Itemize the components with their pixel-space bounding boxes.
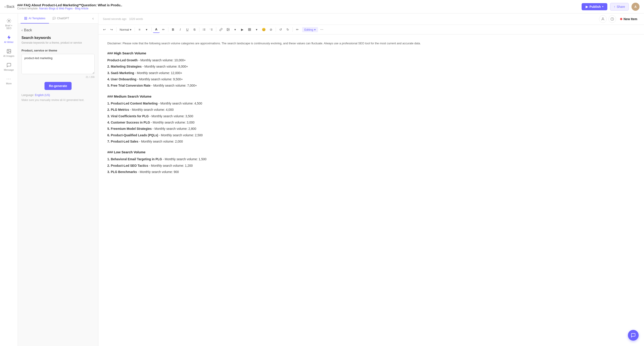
low-volume-section: ### Low Search Volume 1. Behavioral Emai…: [107, 150, 635, 174]
toolbar-divider-7: [276, 27, 276, 32]
align-button[interactable]: ≡: [136, 26, 143, 33]
panel-back-link[interactable]: ‹ Back: [22, 28, 94, 32]
svg-rect-6: [26, 19, 27, 20]
editing-mode-button[interactable]: Editing ▾: [302, 27, 318, 32]
emoji-button[interactable]: 😊: [260, 26, 267, 33]
italic-button[interactable]: I: [177, 26, 184, 33]
svg-point-2: [8, 50, 8, 51]
panel-content: ‹ Back Search keywords Generate keywords…: [18, 24, 98, 346]
more-options-button[interactable]: ⋯: [318, 26, 325, 33]
chat-icon: [6, 63, 12, 68]
publish-icon: ▶: [586, 5, 588, 9]
product-theme-input[interactable]: [22, 54, 94, 74]
sidebar-label-brief-seo: Brief + SEO: [3, 24, 15, 30]
chat-support-icon: [631, 333, 636, 338]
char-count: 21 / 200: [22, 76, 94, 78]
pencil-button[interactable]: ✏: [294, 26, 301, 33]
image-icon: [6, 49, 12, 54]
panel-sidebar: AI Templates ChatGPT ‹ ‹ Back Search key…: [18, 14, 98, 346]
align-chevron-button[interactable]: ▾: [143, 26, 150, 33]
back-button[interactable]: ‹ Back: [4, 5, 14, 9]
language-link[interactable]: English (US): [35, 94, 50, 97]
ordered-list-button[interactable]: 1.2.: [208, 26, 215, 33]
bullet-list-button[interactable]: [201, 26, 208, 33]
redo2-button[interactable]: ↻: [284, 26, 291, 33]
sidebar-item-ai-writer[interactable]: AI Writer: [1, 33, 17, 46]
svg-point-21: [228, 29, 228, 29]
font-color-button[interactable]: A: [153, 26, 160, 33]
svg-rect-4: [26, 17, 27, 18]
content-template-line: Content template: Narrato Blogs & Web Pa…: [17, 7, 122, 10]
sidebar-item-brief-seo[interactable]: Brief + SEO: [1, 16, 17, 32]
bold-button[interactable]: B: [170, 26, 176, 33]
style-chevron-icon: ▾: [130, 28, 132, 31]
play-button[interactable]: ▶: [239, 26, 246, 33]
highlight-button[interactable]: ✏: [160, 26, 167, 33]
history-action-button[interactable]: [608, 15, 616, 23]
sidebar-item-ai-images[interactable]: AI Images: [1, 47, 17, 60]
ordered-list-icon: 1.2.: [210, 28, 213, 31]
back-chevron-icon: ‹: [4, 5, 6, 9]
sidebar-item-more[interactable]: ··· More: [1, 74, 17, 87]
toolbar-divider-1: [116, 27, 116, 32]
section-subtitle: Generate keywords for a theme, product o…: [22, 41, 94, 44]
panel-disclaimer: Make sure you manually review all AI gen…: [22, 99, 94, 102]
undo-button[interactable]: ↩: [101, 26, 108, 33]
regenerate-button[interactable]: Re-generate: [44, 82, 72, 90]
template-link[interactable]: Narrato Blogs & Web Pages - Blog Article: [39, 7, 88, 10]
redo-button[interactable]: ↪: [108, 26, 115, 33]
toolbar-divider-4: [168, 27, 168, 32]
publish-button[interactable]: ▶ Publish ▾: [582, 3, 607, 10]
low-item-3: 3. PLG Benchmarks - Monthly search volum…: [107, 169, 635, 174]
sidebar-label-ai-writer: AI Writer: [4, 41, 14, 44]
panel-tabs: AI Templates ChatGPT ‹: [18, 14, 98, 24]
word-count: 1026 words: [129, 18, 143, 21]
tab-chatgpt[interactable]: ChatGPT: [49, 14, 73, 24]
image-button[interactable]: [225, 26, 232, 33]
med-item-7: 7. Product-Led Sales - Monthly search vo…: [107, 139, 635, 144]
main-layout: Brief + SEO AI Writer AI Images Message …: [0, 14, 644, 346]
underline-button[interactable]: U: [184, 26, 191, 33]
sidebar-label-ai-images: AI Images: [3, 55, 14, 57]
new-item-button[interactable]: New Item: [618, 16, 640, 22]
avatar[interactable]: A: [632, 3, 640, 11]
icon-sidebar: Brief + SEO AI Writer AI Images Message …: [0, 14, 18, 346]
link-button[interactable]: [218, 26, 224, 33]
clear-format-button[interactable]: ⊘: [268, 26, 274, 33]
header-right: ▶ Publish ▾ ↑ Share A: [582, 3, 640, 11]
avatar-action-button[interactable]: [599, 15, 607, 23]
back-label: Back: [6, 5, 14, 9]
editor-content: Disclaimer: Please note that the followi…: [98, 35, 644, 346]
table-button[interactable]: [246, 26, 253, 33]
panel-back-label: Back: [24, 28, 32, 32]
style-label: Normal: [120, 28, 129, 31]
editor-topbar: Saved seconds ago 1026 words New Item: [98, 14, 644, 25]
back-arrow-icon: ‹: [22, 28, 22, 32]
table-icon: [248, 28, 251, 31]
med-item-5: 5. Freemium Model Strategies - Monthly s…: [107, 126, 635, 131]
undo2-button[interactable]: ↺: [277, 26, 284, 33]
new-item-label: New Item: [624, 17, 637, 21]
panel-collapse-button[interactable]: ‹: [90, 14, 96, 23]
toolbar-divider-8: [292, 27, 293, 32]
high-volume-heading: ### High Search Volume: [107, 51, 635, 55]
chat-support-button[interactable]: [628, 330, 639, 341]
med-item-4: 4. Customer Success in PLG - Monthly sea…: [107, 120, 635, 125]
tab-ai-templates[interactable]: AI Templates: [20, 14, 49, 24]
grid-icon: [24, 17, 27, 20]
user-icon: [601, 17, 605, 21]
svg-rect-3: [24, 17, 26, 18]
dots-icon: ···: [6, 77, 11, 81]
strikethrough-button[interactable]: S: [191, 26, 198, 33]
new-item-dot-icon: [620, 18, 622, 20]
editing-label: Editing: [304, 28, 313, 31]
publish-label: Publish: [590, 5, 601, 9]
style-select[interactable]: Normal ▾: [118, 27, 133, 32]
editor-actions: New Item: [599, 15, 640, 23]
image-chevron-button[interactable]: ▾: [232, 26, 238, 33]
image-insert-icon: [226, 28, 230, 31]
share-button[interactable]: ↑ Share: [610, 3, 629, 11]
svg-text:2.: 2.: [210, 29, 210, 30]
table-chevron-button[interactable]: ▾: [253, 26, 260, 33]
sidebar-item-message[interactable]: Message: [1, 61, 17, 73]
